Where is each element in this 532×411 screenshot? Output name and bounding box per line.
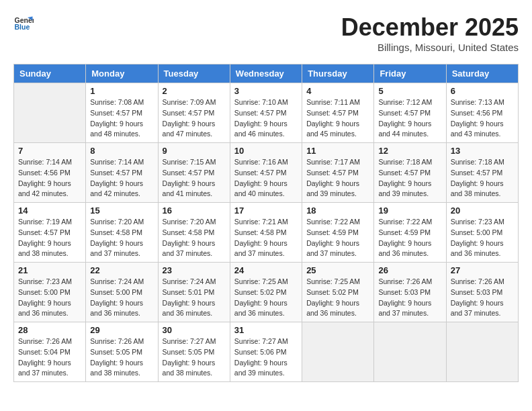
day-number: 30 xyxy=(163,325,226,335)
day-number: 23 xyxy=(163,265,226,275)
title-section: December 2025 Billings, Missouri, United… xyxy=(341,13,519,53)
day-info: Sunrise: 7:17 AMSunset: 4:57 PMDaylight:… xyxy=(306,157,369,199)
calendar-cell: 9Sunrise: 7:15 AMSunset: 4:57 PMDaylight… xyxy=(158,143,230,203)
day-info: Sunrise: 7:14 AMSunset: 4:56 PMDaylight:… xyxy=(18,157,81,199)
calendar-cell: 5Sunrise: 7:12 AMSunset: 4:57 PMDaylight… xyxy=(374,83,446,143)
day-info: Sunrise: 7:27 AMSunset: 5:05 PMDaylight:… xyxy=(163,336,226,379)
calendar-cell xyxy=(374,322,446,382)
calendar-cell xyxy=(302,322,374,382)
calendar-cell: 11Sunrise: 7:17 AMSunset: 4:57 PMDayligh… xyxy=(302,143,374,203)
calendar-cell: 27Sunrise: 7:26 AMSunset: 5:03 PMDayligh… xyxy=(446,263,518,322)
day-number: 20 xyxy=(451,205,514,216)
day-number: 13 xyxy=(451,146,514,156)
calendar-cell: 14Sunrise: 7:19 AMSunset: 4:57 PMDayligh… xyxy=(14,203,86,263)
calendar-cell: 31Sunrise: 7:27 AMSunset: 5:06 PMDayligh… xyxy=(230,322,302,382)
calendar-cell: 26Sunrise: 7:26 AMSunset: 5:03 PMDayligh… xyxy=(374,263,446,322)
calendar-cell: 13Sunrise: 7:18 AMSunset: 4:57 PMDayligh… xyxy=(446,143,518,203)
day-info: Sunrise: 7:15 AMSunset: 4:57 PMDaylight:… xyxy=(163,157,226,199)
day-info: Sunrise: 7:22 AMSunset: 4:59 PMDaylight:… xyxy=(306,217,369,259)
day-number: 14 xyxy=(18,205,81,216)
day-info: Sunrise: 7:27 AMSunset: 5:06 PMDaylight:… xyxy=(234,336,298,379)
day-info: Sunrise: 7:20 AMSunset: 4:58 PMDaylight:… xyxy=(163,217,226,259)
weekday-header: Tuesday xyxy=(158,64,230,83)
calendar-cell: 29Sunrise: 7:26 AMSunset: 5:05 PMDayligh… xyxy=(86,322,158,382)
calendar-cell: 2Sunrise: 7:09 AMSunset: 4:57 PMDaylight… xyxy=(158,83,230,143)
day-number: 26 xyxy=(378,265,441,275)
calendar-week-row: 21Sunrise: 7:23 AMSunset: 5:00 PMDayligh… xyxy=(14,263,519,322)
calendar-cell: 21Sunrise: 7:23 AMSunset: 5:00 PMDayligh… xyxy=(14,263,86,322)
weekday-header: Friday xyxy=(374,64,446,83)
day-number: 25 xyxy=(306,265,369,275)
calendar-week-row: 14Sunrise: 7:19 AMSunset: 4:57 PMDayligh… xyxy=(14,203,519,263)
day-info: Sunrise: 7:19 AMSunset: 4:57 PMDaylight:… xyxy=(18,217,81,259)
day-info: Sunrise: 7:18 AMSunset: 4:57 PMDaylight:… xyxy=(378,157,441,199)
day-info: Sunrise: 7:16 AMSunset: 4:57 PMDaylight:… xyxy=(234,157,298,199)
day-info: Sunrise: 7:21 AMSunset: 4:58 PMDaylight:… xyxy=(234,217,298,259)
day-number: 19 xyxy=(378,205,441,216)
day-info: Sunrise: 7:10 AMSunset: 4:57 PMDaylight:… xyxy=(234,97,298,140)
day-number: 4 xyxy=(306,86,369,96)
day-info: Sunrise: 7:14 AMSunset: 4:57 PMDaylight:… xyxy=(90,157,153,199)
calendar-cell: 22Sunrise: 7:24 AMSunset: 5:00 PMDayligh… xyxy=(86,263,158,322)
day-number: 7 xyxy=(18,146,81,156)
day-info: Sunrise: 7:26 AMSunset: 5:03 PMDaylight:… xyxy=(451,277,514,319)
calendar-cell: 4Sunrise: 7:11 AMSunset: 4:57 PMDaylight… xyxy=(302,83,374,143)
calendar-cell: 28Sunrise: 7:26 AMSunset: 5:04 PMDayligh… xyxy=(14,322,86,382)
day-number: 22 xyxy=(90,265,153,275)
day-number: 18 xyxy=(306,205,369,216)
calendar-cell: 16Sunrise: 7:20 AMSunset: 4:58 PMDayligh… xyxy=(158,203,230,263)
calendar-week-row: 28Sunrise: 7:26 AMSunset: 5:04 PMDayligh… xyxy=(14,322,519,382)
calendar-cell: 18Sunrise: 7:22 AMSunset: 4:59 PMDayligh… xyxy=(302,203,374,263)
month-title: December 2025 xyxy=(341,13,519,42)
calendar-cell: 15Sunrise: 7:20 AMSunset: 4:58 PMDayligh… xyxy=(86,203,158,263)
day-number: 29 xyxy=(90,325,153,335)
day-info: Sunrise: 7:26 AMSunset: 5:04 PMDaylight:… xyxy=(18,336,81,379)
day-number: 15 xyxy=(90,205,153,216)
calendar-cell xyxy=(446,322,518,382)
day-info: Sunrise: 7:08 AMSunset: 4:57 PMDaylight:… xyxy=(90,97,153,140)
weekday-header: Sunday xyxy=(14,64,86,83)
calendar-cell: 30Sunrise: 7:27 AMSunset: 5:05 PMDayligh… xyxy=(158,322,230,382)
day-number: 24 xyxy=(234,265,298,275)
day-number: 9 xyxy=(163,146,226,156)
calendar-cell: 20Sunrise: 7:23 AMSunset: 5:00 PMDayligh… xyxy=(446,203,518,263)
logo-icon: General Blue xyxy=(13,13,34,34)
day-info: Sunrise: 7:26 AMSunset: 5:05 PMDaylight:… xyxy=(90,336,153,379)
weekday-header: Wednesday xyxy=(230,64,302,83)
weekday-header: Monday xyxy=(86,64,158,83)
weekday-header: Thursday xyxy=(302,64,374,83)
calendar-cell: 6Sunrise: 7:13 AMSunset: 4:56 PMDaylight… xyxy=(446,83,518,143)
day-info: Sunrise: 7:25 AMSunset: 5:02 PMDaylight:… xyxy=(306,277,369,319)
calendar-cell: 19Sunrise: 7:22 AMSunset: 4:59 PMDayligh… xyxy=(374,203,446,263)
day-info: Sunrise: 7:20 AMSunset: 4:58 PMDaylight:… xyxy=(90,217,153,259)
calendar-cell: 12Sunrise: 7:18 AMSunset: 4:57 PMDayligh… xyxy=(374,143,446,203)
day-number: 16 xyxy=(163,205,226,216)
page-header: General Blue December 2025 Billings, Mis… xyxy=(13,13,519,53)
location-subtitle: Billings, Missouri, United States xyxy=(341,42,519,53)
calendar-cell: 8Sunrise: 7:14 AMSunset: 4:57 PMDaylight… xyxy=(86,143,158,203)
day-number: 3 xyxy=(234,86,298,96)
day-number: 27 xyxy=(451,265,514,275)
day-number: 1 xyxy=(90,86,153,96)
day-number: 8 xyxy=(90,146,153,156)
day-info: Sunrise: 7:12 AMSunset: 4:57 PMDaylight:… xyxy=(378,97,441,140)
calendar-cell: 10Sunrise: 7:16 AMSunset: 4:57 PMDayligh… xyxy=(230,143,302,203)
day-info: Sunrise: 7:18 AMSunset: 4:57 PMDaylight:… xyxy=(451,157,514,199)
calendar-cell: 1Sunrise: 7:08 AMSunset: 4:57 PMDaylight… xyxy=(86,83,158,143)
day-number: 12 xyxy=(378,146,441,156)
day-number: 5 xyxy=(378,86,441,96)
calendar-cell: 24Sunrise: 7:25 AMSunset: 5:02 PMDayligh… xyxy=(230,263,302,322)
day-info: Sunrise: 7:11 AMSunset: 4:57 PMDaylight:… xyxy=(306,97,369,140)
calendar-cell: 23Sunrise: 7:24 AMSunset: 5:01 PMDayligh… xyxy=(158,263,230,322)
day-info: Sunrise: 7:13 AMSunset: 4:56 PMDaylight:… xyxy=(451,97,514,140)
day-number: 2 xyxy=(163,86,226,96)
day-number: 17 xyxy=(234,205,298,216)
day-number: 31 xyxy=(234,325,298,335)
svg-text:Blue: Blue xyxy=(15,23,30,31)
calendar-cell xyxy=(14,83,86,143)
day-info: Sunrise: 7:09 AMSunset: 4:57 PMDaylight:… xyxy=(163,97,226,140)
calendar-cell: 3Sunrise: 7:10 AMSunset: 4:57 PMDaylight… xyxy=(230,83,302,143)
day-info: Sunrise: 7:24 AMSunset: 5:00 PMDaylight:… xyxy=(90,277,153,319)
weekday-header-row: SundayMondayTuesdayWednesdayThursdayFrid… xyxy=(14,64,519,83)
logo: General Blue xyxy=(13,13,34,34)
